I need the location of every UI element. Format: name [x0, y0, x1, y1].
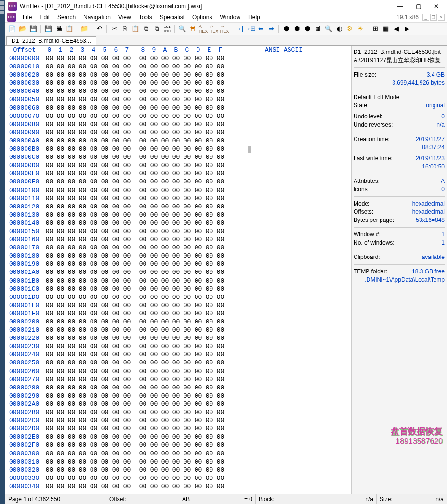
hex-row[interactable]: 0000021000000000000000000000000000000000 [5, 326, 351, 334]
hex-row[interactable]: 000001C000000000000000000000000000000000 [5, 285, 351, 293]
hex-row[interactable]: 000001F000000000000000000000000000000000 [5, 310, 351, 318]
hex-row[interactable]: 0000019000000000000000000000000000000000 [5, 260, 351, 268]
hex-row[interactable]: 0000020000000000000000000000000000000000 [5, 318, 351, 326]
menu-search[interactable]: Search [53, 13, 79, 22]
hex-row[interactable]: 0000012000000000000000000000000000000000 [5, 203, 351, 211]
goto-icon[interactable]: →HEX [220, 24, 229, 34]
hex-row[interactable]: 000000C000000000000000000000000000000000 [5, 153, 351, 161]
menu-file[interactable]: File [19, 13, 36, 22]
next-icon[interactable]: ▶ [402, 24, 412, 34]
minimize-button[interactable]: — [391, 1, 409, 12]
new-file-icon[interactable]: 📄 [7, 24, 17, 34]
hex-row[interactable]: 0000018000000000000000000000000000000000 [5, 252, 351, 260]
replace-icon[interactable]: ⇄HEX [209, 24, 219, 34]
hex-row[interactable]: 0000026000000000000000000000000000000000 [5, 367, 351, 375]
hex-row[interactable]: 0000001000000000000000000000000000000000 [5, 63, 351, 71]
menu-app-icon[interactable]: HEX [7, 13, 16, 22]
menu-specialist[interactable]: Specialist [156, 13, 188, 22]
menu-help[interactable]: Help [244, 13, 264, 22]
find-icon[interactable]: 🔍 [177, 24, 187, 34]
hex-row[interactable]: 0000015000000000000000000000000000000000 [5, 227, 351, 235]
mdi-close-button[interactable]: × [438, 14, 445, 21]
binary-icon[interactable]: 101010 [162, 24, 172, 34]
disk1-icon[interactable]: ⬢ [281, 24, 291, 34]
cut-icon[interactable]: ✂ [109, 24, 119, 34]
save-icon[interactable]: 💾 [43, 24, 53, 34]
hex-row[interactable]: 0000027000000000000000000000000000000000 [5, 375, 351, 384]
disk2-icon[interactable]: ⬢ [292, 24, 302, 34]
hex-row[interactable]: 000002F000000000000000000000000000000000 [5, 441, 351, 449]
hex-row[interactable]: 0000034000000000000000000000000000000000 [5, 482, 351, 491]
hex-row[interactable]: 0000032000000000000000000000000000000000 [5, 466, 351, 474]
hex-row[interactable]: 000001D000000000000000000000000000000000 [5, 293, 351, 301]
hex-row[interactable]: 000002E000000000000000000000000000000000 [5, 433, 351, 441]
hex-row[interactable]: 0000023000000000000000000000000000000000 [5, 342, 351, 350]
close-button[interactable]: ✕ [427, 1, 446, 12]
hex-row[interactable]: 0000017000000000000000000000000000000000 [5, 244, 351, 252]
paste-block-icon[interactable]: ⧉ [152, 24, 161, 34]
hex-row[interactable]: 000001B000000000000000000000000000000000 [5, 277, 351, 285]
hex-row[interactable]: 0000005000000000000000000000000000000000 [5, 95, 351, 103]
tile-icon[interactable]: ▦ [381, 24, 391, 34]
hex-row[interactable]: 0000004000000000000000000000000000000000 [5, 87, 351, 95]
calculator-icon[interactable]: 🖩 [313, 24, 323, 34]
goto-offset-icon[interactable]: →| [235, 24, 244, 34]
undo-icon[interactable]: ↶ [94, 24, 104, 34]
folder-icon[interactable]: 📁 [79, 24, 89, 34]
hex-row[interactable]: 000000F000000000000000000000000000000000 [5, 178, 351, 186]
hex-row[interactable]: 0000033000000000000000000000000000000000 [5, 474, 351, 482]
hex-row[interactable]: 0000030000000000000000000000000000000000 [5, 450, 351, 458]
hex-row[interactable]: 0000003000000000000000000000000000000000 [5, 79, 351, 87]
hex-row[interactable]: 0000007000000000000000000000000000000000 [5, 112, 351, 120]
search-icon[interactable]: 🔍 [324, 24, 333, 34]
hex-row[interactable]: 0000011000000000000000000000000000000000 [5, 194, 351, 203]
hex-row[interactable]: 0000016000000000000000000000000000000000 [5, 235, 351, 244]
menu-options[interactable]: Options [188, 13, 216, 22]
hex-row[interactable]: 000000E000000000000000000000000000000000 [5, 169, 351, 178]
hex-row[interactable]: 000002A000000000000000000000000000000000 [5, 400, 351, 408]
hex-row[interactable]: 0000013000000000000000000000000000000000 [5, 211, 351, 219]
file-tab[interactable]: D1_2012_B.mdf.id-CEE4553... [6, 36, 96, 45]
mdi-minimize-button[interactable]: _ [422, 14, 429, 21]
menu-window[interactable]: Window [216, 13, 244, 22]
hex-row[interactable]: 000001A000000000000000000000000000000000 [5, 268, 351, 276]
copy-icon[interactable]: ⎘ [120, 24, 130, 34]
forward-icon[interactable]: ➡ [266, 24, 276, 34]
hex-row[interactable]: 000000D000000000000000000000000000000000 [5, 161, 351, 169]
tool2-icon[interactable]: ⚙ [345, 24, 355, 34]
find-text-icon[interactable]: AHEX [198, 24, 208, 34]
prev-icon[interactable]: ◀ [392, 24, 401, 34]
menu-navigation[interactable]: Navigation [79, 13, 115, 22]
menu-view[interactable]: View [115, 13, 135, 22]
hex-row[interactable]: 000002B000000000000000000000000000000000 [5, 408, 351, 416]
properties-icon[interactable]: 📋 [65, 24, 74, 34]
open-disk-icon[interactable]: 💾 [28, 24, 38, 34]
hex-row[interactable]: 000000B000000000000000000000000000000000 [5, 145, 351, 153]
hex-row[interactable]: 000001E000000000000000000000000000000000 [5, 301, 351, 310]
hex-row[interactable]: 0000024000000000000000000000000000000000 [5, 350, 351, 359]
hex-row[interactable]: 0000022000000000000000000000000000000000 [5, 334, 351, 342]
copy-block-icon[interactable]: ⧉ [141, 24, 151, 34]
menu-tools[interactable]: Tools [135, 13, 156, 22]
goto-sector-icon[interactable]: →⊞ [245, 24, 255, 34]
print-icon[interactable]: 🖶 [54, 24, 64, 34]
mdi-restore-button[interactable]: ❐ [430, 14, 437, 21]
find-hex-icon[interactable]: Ħ [188, 24, 197, 34]
back-icon[interactable]: ⬅ [256, 24, 265, 34]
hex-row[interactable]: 0000009000000000000000000000000000000000 [5, 129, 351, 137]
tool1-icon[interactable]: ◐ [334, 24, 344, 34]
maximize-button[interactable]: ▢ [409, 1, 427, 12]
options-icon[interactable]: ⊞ [370, 24, 380, 34]
menu-edit[interactable]: Edit [36, 13, 53, 22]
hex-row[interactable]: 000000A000000000000000000000000000000000 [5, 137, 351, 145]
hex-row[interactable]: 0000000000000000000000000000000000000000 [5, 54, 351, 63]
paste-icon[interactable]: 📋 [131, 24, 140, 34]
tool3-icon[interactable]: ☀ [355, 24, 365, 34]
hex-row[interactable]: 000002D000000000000000000000000000000000 [5, 425, 351, 433]
hex-row[interactable]: 0000014000000000000000000000000000000000 [5, 219, 351, 227]
open-file-icon[interactable]: 📂 [18, 24, 27, 34]
hex-row[interactable]: 0000002000000000000000000000000000000000 [5, 71, 351, 79]
hex-row[interactable]: 000002C000000000000000000000000000000000 [5, 416, 351, 425]
hex-row[interactable]: 0000010000000000000000000000000000000000 [5, 186, 351, 194]
hex-row[interactable]: 0000029000000000000000000000000000000000 [5, 392, 351, 400]
